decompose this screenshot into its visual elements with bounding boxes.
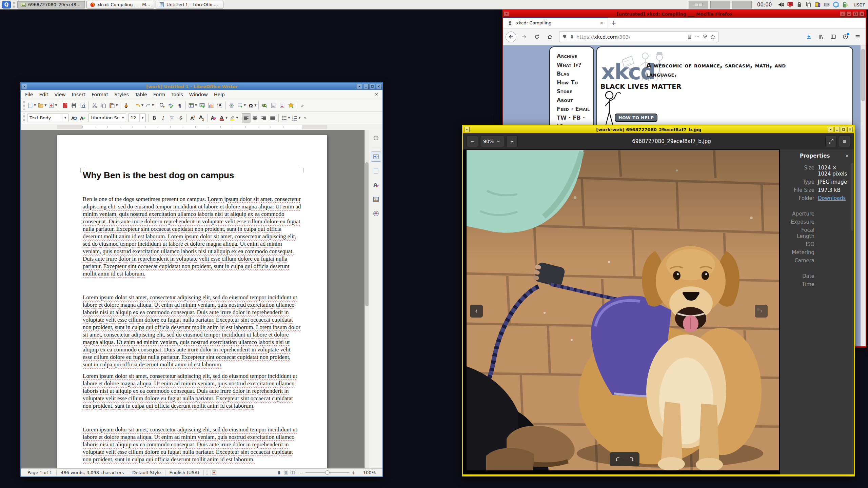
document-area[interactable]: Why Ben is the best dog on campus Ben is… <box>21 130 364 468</box>
tracking-shield-icon[interactable] <box>562 34 567 39</box>
gallery-deck[interactable] <box>371 194 381 204</box>
save-button[interactable]: ▼ <box>47 101 58 110</box>
cut-button[interactable] <box>90 101 99 110</box>
zoom-in-icon[interactable] <box>506 136 518 147</box>
menu-help[interactable]: Help <box>211 91 228 98</box>
font-color-button[interactable]: A▼ <box>218 113 228 123</box>
zoom-percent[interactable]: 100% <box>359 470 380 475</box>
navigator-deck[interactable] <box>371 208 381 219</box>
writer-scrollbar[interactable] <box>364 130 369 468</box>
bullet-list-button[interactable]: ▼ <box>280 113 291 123</box>
reload-icon[interactable] <box>531 32 542 42</box>
xkcd-nav-link[interactable]: Archive <box>557 52 593 61</box>
viewer-titlebar[interactable]: [work-web] 6968727080_29ecef8af7_b.jpg <box>463 126 854 133</box>
viewer-menu-icon[interactable] <box>839 136 850 147</box>
properties-scrollbar[interactable] <box>851 163 853 231</box>
superscript-button[interactable]: A2 <box>188 113 197 123</box>
firefox-scrollbar[interactable] <box>861 45 866 346</box>
page-deck[interactable] <box>371 166 381 176</box>
dropdown-arrow-icon[interactable]: ▼ <box>244 104 246 107</box>
minimize-icon[interactable] <box>846 11 852 17</box>
find-replace-button[interactable] <box>158 101 166 110</box>
print-preview-button[interactable] <box>78 101 87 110</box>
sidebar-settings[interactable] <box>371 133 381 143</box>
downloads-icon[interactable] <box>803 32 814 42</box>
zoom-out-icon[interactable] <box>467 136 478 147</box>
menu-styles[interactable]: Styles <box>111 91 132 98</box>
qubes-domains-icon[interactable] <box>786 1 794 8</box>
dropdown-arrow-icon[interactable]: ▼ <box>116 104 118 107</box>
redo-button[interactable]: ▼ <box>144 101 155 110</box>
volume-icon[interactable] <box>777 1 785 8</box>
window-menu-icon[interactable] <box>22 84 27 89</box>
xkcd-nav-link[interactable]: Blag <box>557 69 593 78</box>
clear-formatting-button[interactable]: A <box>209 113 218 123</box>
close-icon[interactable] <box>859 11 865 17</box>
xkcd-nav-link[interactable]: Feed · Email <box>557 105 593 114</box>
url-bar[interactable]: https://xkcd.com/303/ <box>559 31 718 42</box>
next-image-button[interactable] <box>755 305 768 318</box>
text-language[interactable]: English (USA) <box>165 470 203 475</box>
dropdown-arrow-icon[interactable]: ▼ <box>195 104 197 107</box>
zoom-slider[interactable]: −+ <box>299 470 355 475</box>
underline-button[interactable]: U <box>167 113 176 123</box>
new-button[interactable]: ▼ <box>26 101 37 110</box>
multi-page-view-icon[interactable] <box>282 469 289 476</box>
menu-window[interactable]: Window <box>186 91 211 98</box>
save-status-icon[interactable] <box>211 469 218 476</box>
maximize-icon[interactable] <box>853 11 858 17</box>
rotate-right-icon[interactable] <box>626 454 636 464</box>
back-icon[interactable] <box>506 32 516 42</box>
menu-format[interactable]: Format <box>88 91 111 98</box>
dropdown-arrow-icon[interactable]: ▼ <box>225 116 228 119</box>
lock-icon[interactable] <box>569 34 574 39</box>
new-tab-button[interactable]: + <box>608 18 619 28</box>
insert-footnote-button[interactable]: 1. <box>269 101 278 110</box>
taskbar-button-image-file[interactable]: 6968727080_29ecef8af... <box>17 1 85 8</box>
page-count[interactable]: Page 1 of 1 <box>23 470 56 475</box>
export-pdf-button[interactable] <box>61 101 70 110</box>
tab-xkcd[interactable]: xkcd: Compiling ✕ <box>503 18 608 28</box>
shield-check-icon[interactable] <box>703 34 708 39</box>
undo-button[interactable]: ▼ <box>134 101 144 110</box>
workspace-pager-1[interactable] <box>689 1 708 8</box>
how-to-help-button[interactable]: HOW TO HELP <box>615 114 657 122</box>
taskbar-button-firefox[interactable]: xkcd: Compiling ___ Moz... <box>86 1 154 8</box>
menu-tools[interactable]: Tools <box>168 91 186 98</box>
document-page[interactable]: Why Ben is the best dog on campus Ben is… <box>57 135 327 468</box>
lock-icon[interactable] <box>795 1 803 8</box>
xkcd-nav-link[interactable]: Store <box>557 87 593 96</box>
workspace-pager-3[interactable] <box>732 1 752 8</box>
dropdown-arrow-icon[interactable]: ▼ <box>34 104 36 107</box>
clone-formatting-button[interactable] <box>122 101 131 110</box>
home-icon[interactable] <box>544 32 555 42</box>
menu-form[interactable]: Form <box>150 91 168 98</box>
horizontal-ruler[interactable] <box>21 124 382 130</box>
insert-endnote-button[interactable] <box>278 101 287 110</box>
writer-titlebar[interactable]: [work] Untitled 1 - LibreOffice Writer <box>21 83 382 90</box>
more-button[interactable]: » <box>298 101 307 110</box>
page-style[interactable]: Default Style <box>128 470 165 475</box>
numbered-list-button[interactable]: 1.2.3.▼ <box>291 113 301 123</box>
rotate-left-icon[interactable] <box>613 454 623 464</box>
photo-canvas[interactable] <box>463 149 780 474</box>
highlight-color-button[interactable]: ▼ <box>228 113 239 123</box>
fullscreen-icon[interactable] <box>825 136 837 147</box>
menu-table[interactable]: Table <box>132 91 150 98</box>
menu-insert[interactable]: Insert <box>69 91 88 98</box>
properties-deck[interactable] <box>371 151 381 162</box>
insert-pagebreak-button[interactable] <box>227 101 236 110</box>
italic-button[interactable]: I <box>159 113 167 123</box>
shade-icon[interactable] <box>840 11 845 17</box>
menu-hamburger-icon[interactable] <box>852 32 863 42</box>
battery-icon[interactable] <box>841 1 849 8</box>
previous-image-button[interactable] <box>470 305 483 318</box>
disk-icon[interactable] <box>823 1 830 8</box>
page-actions-icon[interactable] <box>695 34 700 39</box>
property-value[interactable]: Downloads <box>818 195 846 201</box>
insert-image-button[interactable] <box>198 101 206 110</box>
copy-button[interactable] <box>99 101 108 110</box>
minimize-icon[interactable] <box>363 84 369 89</box>
close-tab-icon[interactable]: ✕ <box>599 20 604 26</box>
document-paragraph[interactable]: Lorem ipsum dolor sit amet, consectetur … <box>83 426 301 463</box>
